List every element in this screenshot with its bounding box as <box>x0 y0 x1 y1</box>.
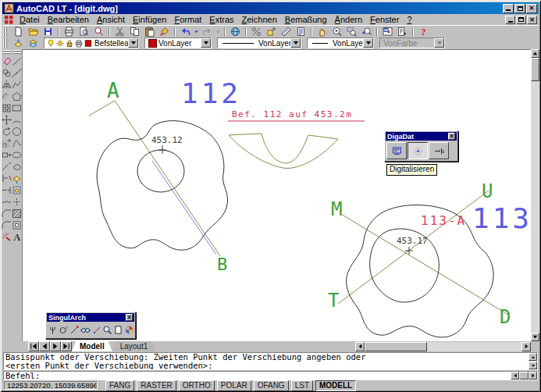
line-icon[interactable] <box>12 55 22 67</box>
profile-top-curve[interactable] <box>229 134 338 163</box>
text-icon[interactable]: A <box>12 231 22 243</box>
mirror-icon[interactable] <box>2 79 12 91</box>
status-toggle-raster[interactable]: RASTER <box>137 380 176 391</box>
tab-modell[interactable]: Modell <box>72 341 112 351</box>
marker-d-label[interactable]: D <box>500 306 511 328</box>
layer-combo[interactable]: Befstelleaus <box>44 37 139 48</box>
marker-m-label[interactable]: M <box>331 198 342 220</box>
rectangle-icon[interactable] <box>12 102 22 114</box>
first-tab-icon[interactable] <box>28 341 39 351</box>
section-title-label[interactable]: Bef. 112 auf 453.2m <box>232 109 352 119</box>
arrow-up-icon[interactable] <box>531 49 539 58</box>
marker-a-label[interactable]: A <box>107 79 119 102</box>
hatch-icon[interactable] <box>12 208 22 219</box>
menu-?[interactable]: ? <box>403 15 415 24</box>
digadat-palette[interactable]: DigaDat × E <box>384 130 458 162</box>
vertical-scrollbar[interactable] <box>531 49 539 341</box>
menu-datei[interactable]: Datei <box>16 15 44 24</box>
chamfer-icon[interactable] <box>2 208 12 219</box>
array-icon[interactable] <box>2 102 12 114</box>
title-bar[interactable]: AutoCAD LT - [digit.dwg] × <box>2 2 539 14</box>
redo-icon[interactable] <box>200 27 215 37</box>
copy-object-icon[interactable] <box>2 67 12 79</box>
section-line-ab[interactable] <box>115 101 220 256</box>
tablet-config-icon[interactable] <box>386 142 407 159</box>
arrow-left-icon[interactable] <box>511 372 519 380</box>
polygon-icon[interactable] <box>12 91 22 102</box>
layer-color-icon[interactable] <box>84 38 93 48</box>
break-icon[interactable] <box>2 196 12 208</box>
color-wheel-icon[interactable] <box>124 323 134 337</box>
doc-restore-button[interactable] <box>516 16 526 24</box>
marker-b-label[interactable]: B <box>217 255 227 274</box>
arrow-down-icon[interactable] <box>531 333 539 341</box>
fillet-icon[interactable] <box>2 219 12 231</box>
make-block-icon[interactable] <box>12 184 22 196</box>
toolbar-grip[interactable] <box>3 27 9 37</box>
layers-icon[interactable] <box>26 37 41 48</box>
close-button[interactable]: × <box>526 4 537 13</box>
status-toggle-ortho[interactable]: ORTHO <box>179 380 215 391</box>
arrow-left-icon[interactable] <box>355 342 365 351</box>
ellipse-icon[interactable] <box>12 149 22 161</box>
zoom-window-icon[interactable] <box>344 27 359 37</box>
spline-icon[interactable] <box>12 137 22 149</box>
region-icon[interactable] <box>12 219 22 231</box>
paste-icon[interactable] <box>142 27 157 37</box>
layer-plot-icon[interactable] <box>74 38 84 48</box>
menu-ndern[interactable]: Ändern <box>331 15 366 24</box>
menu-zeichnen[interactable]: Zeichnen <box>238 15 281 24</box>
save-icon[interactable] <box>41 27 55 37</box>
properties-icon[interactable] <box>395 27 410 37</box>
find-icon[interactable] <box>91 27 106 37</box>
drawing-area[interactable]: 112 113 A B M U T D 453.12 Bef. 112 auf … <box>22 49 531 341</box>
menu-ansicht[interactable]: Ansicht <box>93 15 129 24</box>
layer-on-icon[interactable] <box>46 38 55 48</box>
revision-cloud-icon[interactable] <box>12 161 22 173</box>
digadat-titlebar[interactable]: DigaDat × <box>386 132 457 141</box>
doc-close-button[interactable]: × <box>527 16 537 24</box>
doc-minimize-button[interactable] <box>505 16 515 24</box>
status-toggle-lst[interactable]: LST <box>291 380 313 391</box>
help-icon[interactable]: ? <box>416 27 431 37</box>
menu-einfgen[interactable]: Einfügen <box>129 15 170 24</box>
trim-icon[interactable] <box>2 173 12 184</box>
pan-icon[interactable] <box>315 27 329 37</box>
close-icon[interactable]: × <box>126 314 133 321</box>
section-line-ab-branch[interactable] <box>89 101 115 116</box>
frame-icon[interactable] <box>113 323 123 337</box>
ruler-icon[interactable] <box>279 27 294 37</box>
menu-bemaung[interactable]: Bemaßung <box>281 15 331 24</box>
tab-layout1[interactable]: Layout1 <box>112 341 156 351</box>
new-file-icon[interactable] <box>11 27 26 37</box>
toolbar-grip[interactable] <box>2 50 11 55</box>
arrow-up-icon[interactable] <box>529 353 537 361</box>
chevron-down-icon[interactable] <box>363 38 373 48</box>
site1-elevation-label[interactable]: 453.12 <box>151 135 183 145</box>
horizontal-scrollbar[interactable] <box>355 342 531 351</box>
cut-icon[interactable] <box>112 27 127 37</box>
launch-browser-icon[interactable] <box>228 27 243 37</box>
site2-elevation-label[interactable]: 453.17 <box>397 236 428 246</box>
move-icon[interactable] <box>2 114 12 126</box>
next-tab-icon[interactable] <box>50 341 61 351</box>
leader-icon[interactable] <box>69 323 80 337</box>
zoom-realtime-icon[interactable] <box>329 27 344 37</box>
minimize-button[interactable] <box>503 4 514 13</box>
arrow-down-icon[interactable] <box>529 362 537 369</box>
toolbar-grip[interactable] <box>3 38 9 48</box>
aerial-view-icon[interactable] <box>380 27 395 37</box>
inquiry-icon[interactable] <box>264 27 279 37</box>
site1-point-marker[interactable] <box>158 145 166 154</box>
singularch-palette[interactable]: SingulArch × o <box>45 312 136 339</box>
match-properties-icon[interactable] <box>157 27 172 37</box>
menu-bearbeiten[interactable]: Bearbeiten <box>44 15 93 24</box>
command-input[interactable]: Befehl: <box>3 371 538 380</box>
point-icon[interactable] <box>12 196 22 208</box>
view-goggles-icon[interactable] <box>80 323 91 337</box>
layer-freeze-icon[interactable] <box>55 38 65 48</box>
color-combo[interactable]: VonLayer <box>144 37 212 48</box>
rotate-icon[interactable] <box>2 126 12 137</box>
arc-icon[interactable] <box>12 114 22 126</box>
lineweight-combo[interactable]: VonLayer <box>307 37 374 48</box>
